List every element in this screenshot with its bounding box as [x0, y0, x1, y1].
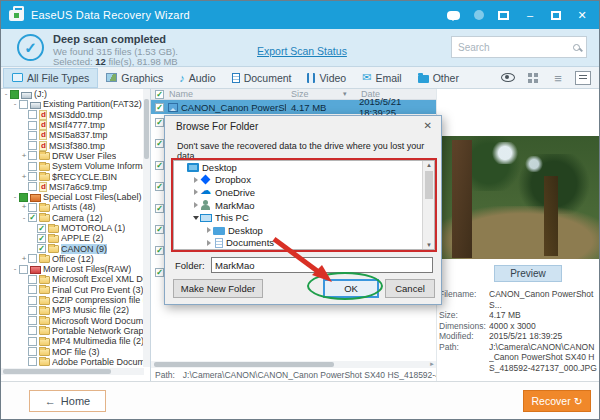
sort-dropdown-icon[interactable]: ▾ — [343, 90, 347, 98]
expand-icon[interactable]: + — [20, 255, 28, 263]
search-icon[interactable] — [573, 44, 580, 51]
chevron-right-icon[interactable] — [204, 240, 213, 246]
tree-vertical-scrollbar[interactable] — [143, 89, 150, 367]
checkbox[interactable] — [28, 306, 37, 315]
file-row-canon-canon-powershot-sx[interactable]: ✓CANON_Canon PowerShot SX...4.17 MB2015/… — [151, 100, 436, 114]
checkbox[interactable] — [28, 162, 37, 171]
checkbox[interactable]: ✓ — [155, 182, 164, 191]
checkbox[interactable]: ✓ — [155, 225, 164, 234]
checkbox[interactable] — [28, 182, 37, 191]
collapse-icon[interactable]: - — [11, 265, 19, 273]
checkbox[interactable] — [10, 90, 19, 99]
expand-icon[interactable]: + — [20, 173, 28, 181]
dialog-tree-item-dropbox[interactable]: Dropbox — [174, 174, 434, 187]
dialog-tree-item-desktop[interactable]: Desktop — [174, 161, 434, 174]
tree-item-system-volume-informatio[interactable]: System Volume Informatio — [1, 161, 144, 171]
scroll-up-icon[interactable]: ▲ — [423, 162, 435, 168]
tree-item-existing-partition-fat32[interactable]: -Existing Partition(FAT32) — [1, 99, 144, 109]
checkbox[interactable]: ✓ — [37, 244, 46, 253]
checkbox[interactable] — [28, 110, 37, 119]
tree-item-apple-2[interactable]: ✓APPLE (2) — [1, 233, 144, 243]
dialog-scrollbar[interactable]: ▲ ▼ — [422, 161, 434, 249]
checkbox[interactable] — [19, 100, 28, 109]
checkbox[interactable] — [28, 347, 37, 356]
scrollbar-thumb[interactable] — [3, 369, 111, 374]
tab-other[interactable]: Other — [410, 68, 467, 88]
checkbox[interactable]: ✓ — [155, 139, 164, 148]
checkbox[interactable]: ✓ — [37, 224, 46, 233]
tab-video[interactable]: Video — [299, 68, 354, 88]
chevron-right-icon[interactable] — [191, 202, 200, 208]
maximize-button[interactable] — [551, 11, 561, 20]
scroll-down-icon[interactable]: ▼ — [423, 242, 435, 248]
detail-view-icon[interactable] — [575, 71, 591, 85]
collapse-icon[interactable]: - — [11, 193, 19, 201]
tree-item-mp3-music-file-22[interactable]: MP3 Music file (22) — [1, 305, 144, 315]
expand-icon[interactable]: + — [20, 152, 28, 160]
tree-item-final-cut-pro-event-3[interactable]: Final Cut Pro Event (3) — [1, 285, 144, 295]
tab-audio[interactable]: Audio — [171, 68, 223, 88]
collapse-icon[interactable]: - — [20, 214, 28, 222]
scroll-right-arrow-icon[interactable]: ► — [429, 361, 435, 367]
tree-item-portable-network-graphic[interactable]: Portable Network Graphic — [1, 326, 144, 336]
checkbox[interactable] — [28, 172, 37, 181]
window-icon[interactable] — [498, 11, 509, 20]
home-button[interactable]: ← Home — [29, 390, 106, 412]
dialog-tree-item-onedrive[interactable]: OneDrive — [174, 186, 434, 199]
checkbox[interactable]: ✓ — [155, 268, 164, 277]
export-scan-status-link[interactable]: Export Scan Status — [257, 45, 347, 57]
tree-item-mp4-multimedia-file-2[interactable]: MP4 Multimedia file (2) — [1, 336, 144, 346]
size-column-header[interactable]: Size — [291, 89, 309, 99]
checkbox[interactable]: ✓ — [155, 118, 164, 127]
tree-item-motorola-1[interactable]: ✓MOTOROLA (1) — [1, 223, 144, 233]
tree-item-msi5a837-tmp[interactable]: MSI5a837.tmp — [1, 130, 144, 140]
tab-document[interactable]: Document — [224, 68, 300, 88]
checkbox[interactable] — [28, 296, 37, 305]
dialog-close-icon[interactable]: ✕ — [424, 120, 432, 131]
close-button[interactable]: ✕ — [575, 9, 589, 21]
tree-item-camera-12[interactable]: -✓Camera (12) — [1, 213, 144, 223]
scrollbar-thumb[interactable] — [144, 99, 149, 159]
tree-item-recycle-bin[interactable]: +$RECYCLE.BIN — [1, 171, 144, 181]
tree-item-msi3f380-tmp[interactable]: MSI3f380.tmp — [1, 140, 144, 150]
checkbox[interactable] — [28, 357, 37, 366]
checkbox[interactable] — [19, 265, 28, 274]
tree-item-mof-file-3[interactable]: MOF file (3) — [1, 346, 144, 356]
checkbox[interactable] — [28, 151, 37, 160]
minimize-button[interactable]: – — [523, 9, 537, 21]
ok-button[interactable]: OK — [323, 279, 379, 298]
dialog-tree-item-markmao[interactable]: MarkMao — [174, 199, 434, 212]
checkbox[interactable] — [28, 285, 37, 294]
preview-button[interactable]: Preview — [494, 265, 562, 282]
folder-name-input[interactable] — [211, 257, 433, 273]
tree-item-microsoft-excel-xml-docu[interactable]: Microsoft Excel XML Docu — [1, 274, 144, 284]
promo-icon[interactable] — [474, 10, 484, 20]
tree-item-msi3dd0-tmp[interactable]: MSI3dd0.tmp — [1, 110, 144, 120]
scrollbar-thumb[interactable] — [425, 171, 433, 199]
checkbox[interactable] — [28, 131, 37, 140]
collapse-icon[interactable]: - — [2, 90, 10, 98]
tree-item-more-lost-files-raw[interactable]: -More Lost Files(RAW) — [1, 264, 144, 274]
list-view-icon[interactable] — [550, 71, 566, 85]
chevron-right-icon[interactable] — [191, 177, 200, 183]
tree-item-microsoft-word-documen[interactable]: Microsoft Word Documen — [1, 316, 144, 326]
chevron-right-icon[interactable] — [191, 189, 200, 195]
checkbox[interactable]: ✓ — [37, 234, 46, 243]
dialog-tree-item-this-pc[interactable]: This PC — [174, 211, 434, 224]
tree-item-office-12[interactable]: +Office (12) — [1, 254, 144, 264]
cancel-button[interactable]: Cancel — [385, 279, 435, 298]
expand-icon[interactable]: + — [20, 203, 28, 211]
tree-item-msi7a6c9-tmp[interactable]: MSI7a6c9.tmp — [1, 182, 144, 192]
checkbox[interactable]: ✓ — [155, 103, 164, 112]
scrollbar-thumb[interactable] — [154, 362, 334, 367]
tab-email[interactable]: Email — [354, 68, 409, 88]
search-input[interactable] — [458, 42, 573, 53]
feedback-icon[interactable] — [447, 11, 460, 20]
checkbox[interactable] — [28, 141, 37, 150]
checkbox[interactable] — [28, 254, 37, 263]
chevron-right-icon[interactable] — [204, 227, 213, 233]
tree-item-adobe-portable-document[interactable]: Adobe Portable Document — [1, 357, 144, 367]
tree-item-artists-48[interactable]: +Artists (48) — [1, 202, 144, 212]
checkbox[interactable] — [28, 203, 37, 212]
tab-graphics[interactable]: Graphics — [98, 68, 171, 88]
